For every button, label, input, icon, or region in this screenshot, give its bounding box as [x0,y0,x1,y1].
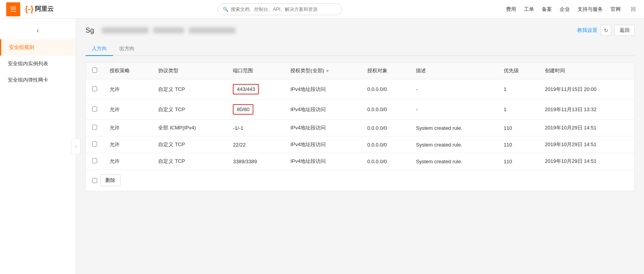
nav-link-record[interactable]: 备案 [542,6,552,13]
sidebar-item-elastic-nic[interactable]: 安全组内弹性网卡 [0,72,76,88]
nav-links: 费用 工单 备案 企业 支持与服务 官网 回 [506,5,638,14]
nav-link-official[interactable]: 官网 [611,6,621,13]
footer-checkbox[interactable] [92,178,97,183]
nav-link-support[interactable]: 支持与服务 [578,6,603,13]
page-title-id [189,27,236,33]
cell-auth-type: IPv4地址段访问 [284,99,361,120]
cell-desc: System created rule. [410,136,497,153]
cell-policy: 允许 [103,120,152,136]
table-row: 允许 自定义 TCP 22/22 IPv4地址段访问 0.0.0.0/0 Sys… [86,136,634,153]
th-policy: 授权策略 [103,63,152,79]
table-row: 允许 自定义 TCP 443/443 IPv4地址段访问 0.0.0.0/0 -… [86,79,634,99]
table-header: 授权策略 协议类型 端口范围 授权类型(全部) ▼ 授权对象 描述 优先级 创建 [86,63,634,79]
menu-icon[interactable]: ☰ [6,2,20,16]
cell-priority: 1 [497,79,539,99]
row-checkbox-cell[interactable] [86,153,103,170]
chevron-right-icon: › [75,144,77,149]
tab-outbound[interactable]: 出方向 [113,42,141,56]
cell-priority: 110 [497,136,539,153]
row-checkbox[interactable] [92,125,97,130]
cell-auth-target: 0.0.0.0/0 [361,136,410,153]
page-title-blurred [102,27,148,33]
cell-protocol: 自定义 TCP [152,136,227,153]
nav-link-ticket[interactable]: 工单 [524,6,534,13]
row-checkbox[interactable] [92,106,97,112]
sidebar-back-button[interactable]: ‹ [0,22,76,38]
row-checkbox-cell[interactable] [86,120,103,136]
row-checkbox-cell[interactable] [86,136,103,153]
search-area: 🔍 [54,3,506,15]
page-header: Sg 教我设置 ↻ 返回 [86,25,635,36]
port-value: 22/22 [233,142,246,148]
back-button[interactable]: 返回 [614,25,635,36]
cell-auth-type: IPv4地址段访问 [284,120,361,136]
sidebar-item-instance-list[interactable]: 安全组内实例列表 [0,56,76,72]
cell-protocol: 全部 ICMP(IPv4) [152,120,227,136]
th-auth-type[interactable]: 授权类型(全部) ▼ [284,63,361,79]
cell-policy: 允许 [103,99,152,120]
row-checkbox[interactable] [92,158,97,163]
rules-table-container: 授权策略 协议类型 端口范围 授权类型(全部) ▼ 授权对象 描述 优先级 创建 [86,62,635,191]
search-box[interactable]: 🔍 [218,3,342,15]
search-icon: 🔍 [223,7,229,12]
cell-priority: 1 [497,99,539,120]
cell-policy: 允许 [103,79,152,99]
th-select-all[interactable] [86,63,103,79]
port-value: 3389/3389 [233,159,257,164]
cell-port: 3389/3389 [227,153,284,170]
cell-auth-type: IPv4地址段访问 [284,79,361,99]
cell-auth-type: IPv4地址段访问 [284,153,361,170]
cell-auth-target: 0.0.0.0/0 [361,120,410,136]
sidebar-item-label: 安全组内弹性网卡 [8,77,48,83]
th-protocol: 协议类型 [152,63,227,79]
port-highlight: 443/443 [233,84,259,94]
cell-protocol: 自定义 TCP [152,153,227,170]
select-all-checkbox[interactable] [92,68,97,73]
cell-policy: 允许 [103,153,152,170]
filter-icon: ▼ [326,69,330,73]
table-body: 允许 自定义 TCP 443/443 IPv4地址段访问 0.0.0.0/0 -… [86,79,634,170]
row-checkbox[interactable] [92,141,97,147]
search-input[interactable] [231,7,337,12]
direction-tabs: 入方向 出方向 [86,42,635,56]
page-title-tag [153,27,184,33]
cell-policy: 允许 [103,136,152,153]
cell-protocol: 自定义 TCP [152,99,227,120]
sidebar-item-label: 安全组规则 [9,44,34,50]
table-footer: 删除 [86,169,634,191]
settings-button[interactable]: 教我设置 [577,27,597,34]
table-row: 允许 自定义 TCP 80/80 IPv4地址段访问 0.0.0.0/0 - 1… [86,99,634,120]
refresh-button[interactable]: ↻ [600,25,611,36]
table-row: 允许 自定义 TCP 3389/3389 IPv4地址段访问 0.0.0.0/0… [86,153,634,170]
row-checkbox-cell[interactable] [86,99,103,120]
auth-type-filter[interactable]: 授权类型(全部) ▼ [290,67,355,74]
main-layout: ‹ 安全组规则 安全组内实例列表 安全组内弹性网卡 › Sg [0,19,644,274]
row-checkbox-cell[interactable] [86,79,103,99]
nav-link-enterprise[interactable]: 企业 [560,6,570,13]
sidebar-item-label: 安全组内实例列表 [8,61,48,66]
logo: {-} 阿里云 [25,5,54,14]
cell-create-time: 2019年10月29日 14:51 [539,120,634,136]
nav-link-cost[interactable]: 费用 [506,6,516,13]
nav-icon-back[interactable]: 回 [628,5,638,14]
cell-auth-target: 0.0.0.0/0 [361,153,410,170]
th-port: 端口范围 [227,63,284,79]
table-row: 允许 全部 ICMP(IPv4) -1/-1 IPv4地址段访问 0.0.0.0… [86,120,634,136]
cell-create-time: 2019年10月29日 14:51 [539,153,634,170]
sidebar-collapse-button[interactable]: › [71,139,80,154]
back-square-icon: 回 [631,6,636,13]
rules-table: 授权策略 协议类型 端口范围 授权类型(全部) ▼ 授权对象 描述 优先级 创建 [86,63,634,169]
cell-desc: System created rule. [410,153,497,170]
hamburger-icon: ☰ [10,5,16,14]
tab-inbound[interactable]: 入方向 [86,42,113,56]
sidebar-item-security-rules[interactable]: 安全组规则 [0,39,76,56]
delete-button[interactable]: 删除 [100,175,120,186]
logo-icon: {-} [25,5,33,14]
page-header-actions: 教我设置 ↻ 返回 [577,25,635,36]
row-checkbox[interactable] [92,86,97,91]
cell-desc: System created rule. [410,120,497,136]
cell-priority: 110 [497,120,539,136]
back-arrow-icon: ‹ [37,26,39,35]
cell-auth-type: IPv4地址段访问 [284,136,361,153]
cell-desc: - [410,79,497,99]
